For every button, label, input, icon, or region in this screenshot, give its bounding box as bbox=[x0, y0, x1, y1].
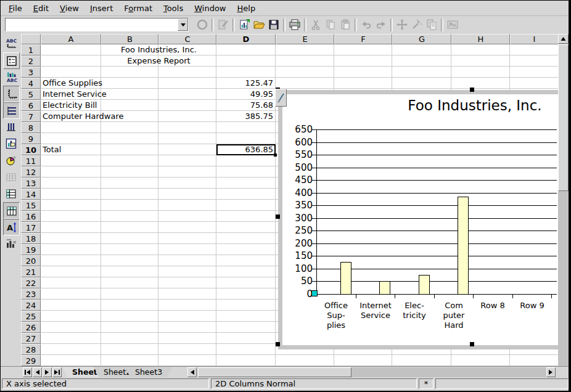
y-axis-label[interactable]: 100 bbox=[278, 264, 313, 274]
merged-title-cell[interactable]: Expense Report bbox=[101, 55, 216, 67]
col-header-E[interactable]: E bbox=[276, 34, 334, 44]
row-header-12[interactable]: 12 bbox=[21, 166, 41, 178]
col-header-G[interactable]: G bbox=[392, 34, 451, 44]
next-sheet-icon[interactable] bbox=[43, 367, 52, 377]
function-combo[interactable] bbox=[5, 18, 189, 31]
data-in-columns-icon[interactable] bbox=[3, 202, 20, 219]
row-header-5[interactable]: 5 bbox=[21, 89, 41, 100]
menu-edit[interactable]: Edit bbox=[28, 2, 54, 14]
row-header-8[interactable]: 8 bbox=[21, 122, 41, 133]
x-axis-category-label[interactable]: Row 8 bbox=[474, 301, 512, 311]
x-axis-category-label[interactable]: Office Sup- plies bbox=[317, 301, 355, 330]
row-header-14[interactable]: 14 bbox=[21, 189, 41, 200]
merged-title-cell[interactable]: Foo Industries, Inc. bbox=[101, 44, 216, 55]
print-icon[interactable] bbox=[287, 17, 302, 32]
prev-sheet-icon[interactable] bbox=[33, 367, 42, 377]
col-header-C[interactable]: C bbox=[158, 34, 216, 44]
menu-help[interactable]: Help bbox=[232, 2, 261, 14]
x-axis[interactable] bbox=[316, 294, 557, 295]
chart-title-icon[interactable]: ABC bbox=[3, 69, 18, 84]
save-icon[interactable] bbox=[266, 17, 281, 32]
row-header-23[interactable]: 23 bbox=[21, 288, 41, 300]
y-axis-label[interactable]: 300 bbox=[278, 213, 313, 223]
cell-label[interactable]: Total bbox=[43, 144, 61, 155]
row-header-10[interactable]: 10 bbox=[21, 144, 41, 155]
row-header-27[interactable]: 27 bbox=[21, 333, 41, 344]
axes-title-icon[interactable]: ABC bbox=[3, 36, 18, 51]
new-icon[interactable] bbox=[237, 17, 252, 32]
y-axis-label[interactable]: 250 bbox=[278, 226, 313, 235]
row-header-9[interactable]: 9 bbox=[21, 133, 41, 144]
combo-dropdown-icon[interactable] bbox=[178, 18, 188, 31]
row-header-29[interactable]: 29 bbox=[21, 355, 41, 366]
row-header-22[interactable]: 22 bbox=[21, 277, 41, 288]
row-header-28[interactable]: 28 bbox=[21, 344, 41, 355]
y-axis-label[interactable]: 650 bbox=[278, 125, 313, 134]
row-header-19[interactable]: 19 bbox=[21, 244, 41, 255]
object-selection-handle[interactable] bbox=[470, 88, 474, 92]
first-sheet-icon[interactable] bbox=[23, 367, 32, 377]
cell-label[interactable]: Electricity Bill bbox=[43, 100, 97, 111]
chart-bar[interactable] bbox=[379, 281, 390, 295]
row-header-16[interactable]: 16 bbox=[21, 211, 41, 222]
chart-type-icon[interactable] bbox=[3, 136, 18, 151]
col-header-D[interactable]: D bbox=[216, 34, 276, 44]
menu-view[interactable]: View bbox=[54, 2, 84, 14]
row-header-4[interactable]: 4 bbox=[21, 78, 41, 89]
horizontal-grid-icon[interactable] bbox=[3, 102, 20, 119]
reorganize-chart-icon[interactable] bbox=[3, 235, 18, 251]
y-axis-label[interactable]: 550 bbox=[278, 150, 313, 160]
autoformat-icon[interactable] bbox=[3, 152, 18, 168]
menu-window[interactable]: Window bbox=[189, 2, 231, 14]
y-axis-label[interactable]: 350 bbox=[278, 200, 313, 210]
last-sheet-icon[interactable] bbox=[52, 367, 62, 377]
cell-value[interactable]: 75.68 bbox=[216, 100, 273, 111]
menu-tools[interactable]: Tools bbox=[158, 2, 189, 14]
row-header-20[interactable]: 20 bbox=[21, 255, 41, 266]
col-header-A[interactable]: A bbox=[41, 34, 101, 44]
row-header-25[interactable]: 25 bbox=[21, 311, 41, 322]
object-selection-handle[interactable] bbox=[276, 342, 280, 346]
vscroll-thumb[interactable] bbox=[558, 44, 569, 191]
hscroll-right-icon[interactable] bbox=[546, 367, 556, 377]
object-selection-handle[interactable] bbox=[470, 342, 474, 346]
col-header-H[interactable]: H bbox=[451, 34, 510, 44]
sheet-tab-sheet3[interactable]: Sheet3 bbox=[125, 367, 172, 378]
scale-text-icon[interactable]: A bbox=[3, 219, 20, 235]
hscroll-left-icon[interactable] bbox=[187, 367, 197, 377]
grid-corner[interactable] bbox=[21, 34, 41, 44]
cell-label[interactable]: Office Supplies bbox=[43, 78, 102, 89]
col-header-F[interactable]: F bbox=[334, 34, 392, 44]
row-header-6[interactable]: 6 bbox=[21, 100, 41, 111]
chart-bar[interactable] bbox=[458, 197, 469, 295]
row-header-26[interactable]: 26 bbox=[21, 322, 41, 333]
x-axis-category-label[interactable]: Com puter Hard bbox=[435, 301, 473, 330]
chart-bar[interactable] bbox=[419, 275, 430, 295]
active-cell-border[interactable] bbox=[216, 144, 276, 155]
axes-icon[interactable] bbox=[3, 86, 20, 102]
chart-title[interactable]: Foo Industries, Inc. bbox=[376, 97, 571, 113]
col-header-I[interactable]: I bbox=[510, 34, 558, 44]
row-header-13[interactable]: 13 bbox=[21, 178, 41, 189]
cell-label[interactable]: Computer Hardware bbox=[43, 111, 124, 122]
object-selection-handle[interactable] bbox=[276, 214, 280, 219]
axis-selection-handle[interactable] bbox=[311, 290, 318, 296]
cell-value[interactable]: 49.95 bbox=[216, 89, 273, 100]
cell-value[interactable]: 125.47 bbox=[216, 78, 273, 89]
y-axis-label[interactable]: 0 bbox=[278, 289, 313, 299]
y-axis-label[interactable]: 200 bbox=[278, 239, 313, 248]
row-header-2[interactable]: 2 bbox=[21, 55, 41, 67]
y-axis-label[interactable]: 500 bbox=[278, 163, 313, 173]
x-axis-category-label[interactable]: Internet Service bbox=[356, 301, 395, 321]
combo-value[interactable] bbox=[6, 18, 178, 31]
y-axis-label[interactable]: 450 bbox=[278, 175, 313, 185]
row-header-15[interactable]: 15 bbox=[21, 200, 41, 211]
cell-label[interactable]: Internet Service bbox=[43, 89, 107, 100]
cell-value[interactable]: 385.75 bbox=[216, 111, 273, 122]
row-header-11[interactable]: 11 bbox=[21, 155, 41, 166]
row-header-24[interactable]: 24 bbox=[21, 300, 41, 311]
row-header-7[interactable]: 7 bbox=[21, 111, 41, 122]
row-header-17[interactable]: 17 bbox=[21, 222, 41, 233]
menu-insert[interactable]: Insert bbox=[84, 2, 118, 14]
chart-object[interactable]: Foo Industries, Inc.05010015020025030035… bbox=[278, 90, 558, 349]
